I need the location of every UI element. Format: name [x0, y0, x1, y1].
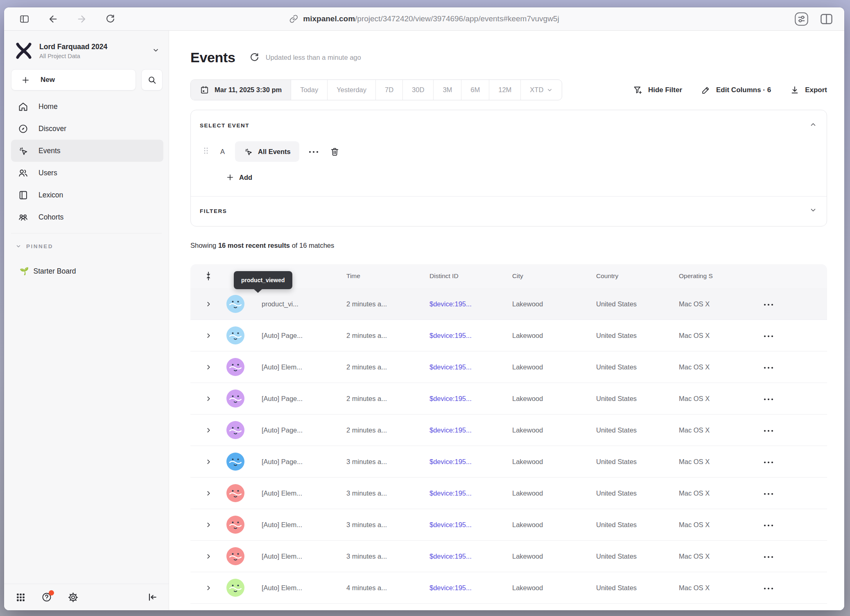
gear-icon[interactable]: [67, 591, 79, 603]
forward-icon[interactable]: [76, 14, 87, 24]
expand-row-icon[interactable]: [206, 301, 212, 307]
address-bar[interactable]: mixpanel.com/project/3472420/view/397469…: [289, 14, 559, 23]
cell-distinct-id-link[interactable]: $device:195...: [430, 363, 512, 371]
row-menu-icon[interactable]: [762, 584, 774, 592]
event-selector-pill[interactable]: All Events: [235, 141, 299, 162]
edit-columns-button[interactable]: Edit Columns · 6: [701, 85, 771, 95]
table-row[interactable]: [Auto] Page... 2 minutes a... $device:19…: [190, 414, 827, 446]
expand-row-icon[interactable]: [206, 585, 212, 591]
results-summary: Showing 16 most recent results of 16 mat…: [190, 240, 827, 251]
cell-event-name: [Auto] Elem...: [262, 553, 346, 560]
range-3m[interactable]: 3M: [433, 80, 461, 100]
cell-distinct-id-link[interactable]: $device:195...: [430, 489, 512, 497]
users-icon: [18, 168, 29, 179]
range-6m[interactable]: 6M: [461, 80, 489, 100]
add-event-button[interactable]: Add: [226, 173, 817, 196]
expand-row-icon[interactable]: [206, 427, 212, 433]
table-row[interactable]: [Auto] Elem... 4 minutes a... $device:19…: [190, 603, 827, 610]
cell-distinct-id-link[interactable]: $device:195...: [430, 458, 512, 466]
expand-row-icon[interactable]: [206, 522, 212, 528]
sidebar-item-events[interactable]: Events: [11, 140, 163, 162]
cell-distinct-id-link[interactable]: $device:195...: [430, 332, 512, 340]
compass-icon: [18, 123, 29, 134]
cell-distinct-id-link[interactable]: $device:195...: [430, 395, 512, 403]
expand-row-icon[interactable]: [206, 459, 212, 465]
sidebar-item-starter-board[interactable]: 🌱 Starter Board: [20, 263, 169, 279]
cell-city: Lakewood: [512, 426, 596, 434]
apps-grid-icon[interactable]: [15, 591, 26, 603]
sidebar-item-home[interactable]: Home: [11, 95, 163, 118]
drag-handle-icon[interactable]: [203, 147, 209, 156]
cell-distinct-id-link[interactable]: $device:195...: [430, 584, 512, 592]
chevron-down-icon[interactable]: [809, 206, 817, 215]
date-range-control: Mar 11, 2025 3:30 pm Today Yesterday 7D …: [190, 79, 562, 100]
expand-row-icon[interactable]: [206, 490, 212, 496]
project-selector[interactable]: Lord Farquaad 2024 All Project Data: [4, 31, 169, 61]
page-settings-icon[interactable]: [794, 12, 809, 26]
row-menu-icon[interactable]: [762, 395, 774, 403]
split-view-icon[interactable]: [820, 13, 833, 25]
chevron-up-icon[interactable]: [809, 121, 817, 130]
table-row[interactable]: [Auto] Elem... 3 minutes a... $device:19…: [190, 509, 827, 540]
row-menu-icon[interactable]: [762, 489, 774, 497]
cell-time: 2 minutes a...: [346, 426, 430, 434]
range-12m[interactable]: 12M: [489, 80, 520, 100]
refresh-icon[interactable]: [249, 52, 260, 63]
browser-toolbar: mixpanel.com/project/3472420/view/397469…: [4, 7, 844, 31]
cell-distinct-id-link[interactable]: $device:195...: [430, 521, 512, 529]
cell-distinct-id-link[interactable]: $device:195...: [430, 300, 512, 308]
cell-event-name: [Auto] Page...: [262, 332, 346, 340]
table-row[interactable]: [Auto] Page... 2 minutes a... $device:19…: [190, 383, 827, 414]
range-today[interactable]: Today: [291, 80, 327, 100]
trash-icon[interactable]: [330, 147, 340, 157]
sidebar-item-lexicon[interactable]: Lexicon: [11, 184, 163, 206]
expand-row-icon[interactable]: [206, 396, 212, 402]
cell-os: Mac OS X: [679, 489, 762, 497]
range-xtd[interactable]: XTD: [520, 80, 562, 100]
cell-distinct-id-link[interactable]: $device:195...: [430, 426, 512, 434]
row-menu-icon[interactable]: [762, 521, 774, 529]
row-menu-icon[interactable]: [762, 300, 774, 308]
back-icon[interactable]: [47, 14, 58, 24]
hide-filter-button[interactable]: Hide Filter: [633, 85, 682, 95]
cell-distinct-id-link[interactable]: $device:195...: [430, 553, 512, 560]
table-row[interactable]: [Auto] Elem... 3 minutes a... $device:19…: [190, 477, 827, 509]
new-button[interactable]: New: [11, 69, 136, 91]
expand-row-icon[interactable]: [206, 333, 212, 339]
cell-city: Lakewood: [512, 300, 596, 308]
sidebar-item-users[interactable]: Users: [11, 162, 163, 184]
row-menu-icon[interactable]: [762, 458, 774, 466]
sidebar-item-cohorts[interactable]: Cohorts: [11, 206, 163, 228]
collapse-sidebar-icon[interactable]: [147, 591, 158, 603]
export-button[interactable]: Export: [790, 85, 827, 95]
filters-label: FILTERS: [200, 208, 227, 214]
row-menu-icon[interactable]: [762, 553, 774, 560]
expand-row-icon[interactable]: [206, 553, 212, 559]
row-menu-icon[interactable]: [762, 426, 774, 434]
cell-time: 2 minutes a...: [346, 332, 430, 340]
edit-columns-label: Edit Columns · 6: [716, 86, 771, 94]
table-row[interactable]: [Auto] Elem... 3 minutes a... $device:19…: [190, 540, 827, 572]
search-button[interactable]: [141, 69, 163, 91]
range-yesterday[interactable]: Yesterday: [327, 80, 375, 100]
sidebar-item-discover[interactable]: Discover: [11, 118, 163, 140]
row-menu-icon[interactable]: [762, 332, 774, 340]
reload-icon[interactable]: [105, 14, 115, 24]
row-menu-icon[interactable]: [762, 363, 774, 371]
table-row[interactable]: [Auto] Elem... 2 minutes a... $device:19…: [190, 351, 827, 383]
date-picker[interactable]: Mar 11, 2025 3:30 pm: [191, 80, 291, 100]
filters-section[interactable]: FILTERS: [191, 196, 827, 226]
help-icon[interactable]: [41, 591, 52, 603]
expand-row-icon[interactable]: [206, 364, 212, 370]
range-7d[interactable]: 7D: [375, 80, 402, 100]
range-30d[interactable]: 30D: [402, 80, 433, 100]
events-page: Events Updated less than a minute ago Ma…: [169, 31, 844, 610]
table-row[interactable]: [Auto] Elem... 4 minutes a... $device:19…: [190, 572, 827, 603]
more-options-icon[interactable]: [308, 148, 319, 155]
table-row[interactable]: [Auto] Page... 2 minutes a... $device:19…: [190, 319, 827, 351]
table-row[interactable]: [Auto] Page... 3 minutes a... $device:19…: [190, 446, 827, 477]
sidebar-toggle-icon[interactable]: [19, 14, 29, 24]
pinned-section-toggle[interactable]: PINNED: [16, 241, 169, 251]
table-row[interactable]: product_vi... 2 minutes a... $device:195…: [190, 288, 827, 319]
sort-order-icon[interactable]: [206, 271, 211, 281]
